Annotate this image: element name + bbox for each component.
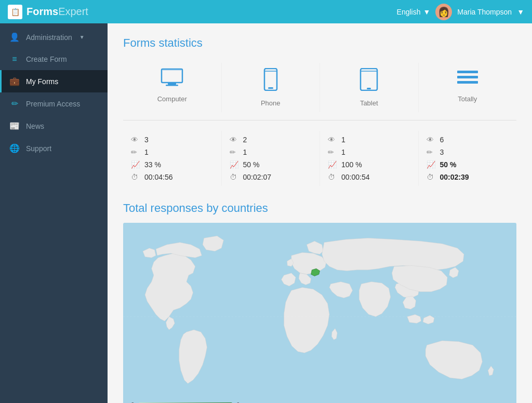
support-icon: 🌐: [9, 143, 20, 153]
views-value-totally: 6: [440, 136, 444, 144]
time-value-tablet: 00:00:54: [341, 173, 370, 181]
stat-edits-tablet: ✏ 1: [328, 146, 410, 158]
user-name-label[interactable]: Maria Thompson: [457, 8, 512, 16]
time-value-phone: 00:02:07: [243, 173, 272, 181]
create-form-icon: ≡: [9, 55, 20, 64]
edit-icon-tablet: ✏: [328, 148, 337, 156]
stat-percent-tablet: 📈 100 %: [328, 158, 410, 171]
stats-totally: 👁 6 ✏ 3 📈 50 % ⏱ 00:02:39: [419, 131, 517, 186]
tablet-label: Tablet: [325, 99, 413, 107]
svg-rect-0: [162, 69, 182, 83]
svg-rect-2: [168, 83, 176, 85]
stats-tablet: 👁 1 ✏ 1 📈 100 % ⏱ 00:00:54: [320, 131, 419, 186]
topnav-right: English ▼ 👩 Maria Thompson ▼: [397, 4, 524, 20]
stat-time-computer: ⏱ 00:04:56: [131, 171, 214, 183]
svg-rect-8: [367, 88, 371, 89]
percent-value-tablet: 100 %: [341, 160, 362, 169]
sidebar: 👤 Administration ▼ ≡ Create Form 💼 My Fo…: [0, 23, 108, 403]
eye-icon-totally: 👁: [427, 136, 436, 144]
tablet-icon: [325, 68, 413, 95]
devices-row: Computer Phone Tablet: [123, 63, 516, 120]
top-navigation: 📋 FormsExpert English ▼ 👩 Maria Thompson…: [0, 0, 532, 23]
sidebar-item-create-form[interactable]: ≡ Create Form: [0, 48, 108, 70]
logo-forms: Forms: [26, 6, 58, 18]
percent-value-computer: 33 %: [144, 160, 161, 169]
sidebar-item-news[interactable]: 📰 News: [0, 115, 108, 137]
svg-rect-3: [166, 85, 178, 86]
device-computer: Computer: [123, 63, 222, 112]
administration-icon: 👤: [9, 32, 20, 42]
edit-icon-totally: ✏: [427, 148, 436, 156]
user-avatar[interactable]: 👩: [435, 4, 452, 20]
stat-percent-totally: 📈 50 %: [427, 158, 509, 171]
logo-expert: Expert: [58, 6, 88, 18]
sidebar-label-premium-access: Premium Access: [26, 100, 80, 108]
map-section-title: Total responses by countries: [123, 202, 516, 215]
chart-icon-computer: 📈: [131, 160, 140, 169]
stat-edits-computer: ✏ 1: [131, 146, 214, 158]
sidebar-item-support[interactable]: 🌐 Support: [0, 137, 108, 159]
percent-value-totally: 50 %: [440, 160, 457, 169]
map-svg: [123, 223, 516, 403]
svg-rect-10: [457, 71, 478, 73]
eye-icon-phone: 👁: [230, 136, 239, 144]
stat-views-computer: 👁 3: [131, 133, 214, 146]
time-value-computer: 00:04:56: [144, 173, 173, 181]
administration-arrow-icon: ▼: [79, 34, 85, 40]
stats-phone: 👁 2 ✏ 1 📈 50 % ⏱ 00:02:07: [222, 131, 321, 186]
edits-value-phone: 1: [243, 148, 247, 156]
totally-label: Totally: [424, 95, 512, 103]
stat-time-totally: ⏱ 00:02:39: [427, 171, 509, 183]
stats-section-title: Forms statistics: [123, 36, 516, 50]
device-tablet: Tablet: [320, 63, 419, 112]
svg-rect-4: [264, 69, 277, 90]
sidebar-item-premium-access[interactable]: ✏ Premium Access: [0, 92, 108, 115]
my-forms-icon: 💼: [9, 76, 20, 86]
views-value-computer: 3: [144, 136, 149, 144]
device-phone: Phone: [222, 63, 321, 112]
svg-rect-5: [268, 87, 273, 89]
stat-views-phone: 👁 2: [230, 133, 312, 146]
edits-value-tablet: 1: [341, 148, 345, 156]
stat-edits-phone: ✏ 1: [230, 146, 312, 158]
app-logo[interactable]: 📋 FormsExpert: [8, 5, 88, 19]
language-label: English: [397, 8, 421, 16]
computer-icon: [128, 68, 216, 91]
user-arrow-icon: ▼: [517, 8, 524, 16]
language-arrow-icon: ▼: [423, 8, 430, 16]
phone-label: Phone: [227, 99, 315, 107]
phone-icon: [227, 68, 315, 95]
edit-icon-phone: ✏: [230, 148, 239, 156]
chart-icon-phone: 📈: [230, 160, 239, 169]
svg-rect-12: [457, 81, 478, 84]
logo-icon: 📋: [8, 5, 22, 19]
sidebar-label-administration: Administration: [26, 33, 72, 42]
clock-icon-computer: ⏱: [131, 173, 140, 181]
edit-icon-computer: ✏: [131, 148, 140, 156]
svg-rect-7: [361, 69, 377, 90]
sidebar-label-create-form: Create Form: [26, 55, 67, 63]
eye-icon: 👁: [131, 136, 140, 144]
sidebar-label-news: News: [26, 122, 44, 130]
edits-value-computer: 1: [144, 148, 149, 156]
stats-computer: 👁 3 ✏ 1 📈 33 % ⏱ 00:04:56: [123, 131, 222, 186]
language-selector[interactable]: English ▼: [397, 8, 431, 16]
views-value-phone: 2: [243, 136, 247, 144]
percent-value-phone: 50 %: [243, 160, 260, 169]
stat-views-totally: 👁 6: [427, 133, 509, 146]
totally-icon: [424, 68, 512, 91]
sidebar-item-my-forms[interactable]: 💼 My Forms: [0, 70, 108, 92]
stat-percent-computer: 📈 33 %: [131, 158, 214, 171]
views-value-tablet: 1: [341, 136, 345, 144]
eye-icon-tablet: 👁: [328, 136, 337, 144]
sidebar-item-administration[interactable]: 👤 Administration ▼: [0, 26, 108, 48]
chart-icon-totally: 📈: [427, 160, 436, 169]
stats-rows: 👁 3 ✏ 1 📈 33 % ⏱ 00:04:56 👁 2 ✏: [123, 131, 516, 186]
stat-time-phone: ⏱ 00:02:07: [230, 171, 312, 183]
edits-value-totally: 3: [440, 148, 444, 156]
stat-time-tablet: ⏱ 00:00:54: [328, 171, 410, 183]
clock-icon-phone: ⏱: [230, 173, 239, 181]
clock-icon-totally: ⏱: [427, 173, 436, 181]
device-totally: Totally: [419, 63, 517, 112]
news-icon: 📰: [9, 121, 20, 131]
